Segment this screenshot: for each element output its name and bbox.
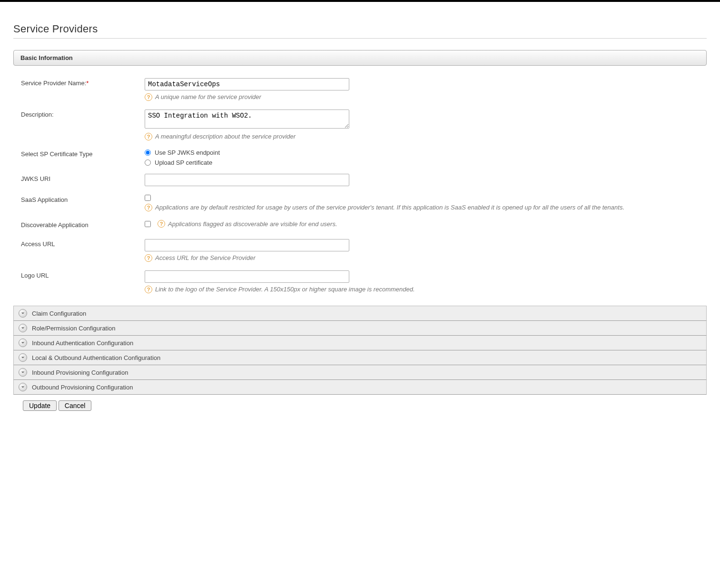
label-discoverable: Discoverable Application <box>21 220 145 229</box>
accordion-outbound-provisioning-configuration[interactable]: Outbound Provisioning Configuration <box>13 380 707 395</box>
accordion-inbound-provisioning-configuration[interactable]: Inbound Provisioning Configuration <box>13 365 707 380</box>
section-header-basic-information: Basic Information <box>13 50 707 66</box>
discoverable-checkbox[interactable] <box>145 221 151 227</box>
help-icon[interactable]: ? <box>145 133 152 140</box>
title-divider <box>13 38 707 39</box>
accordion-label: Outbound Provisioning Configuration <box>32 384 133 391</box>
help-icon[interactable]: ? <box>145 204 152 211</box>
access-url-input[interactable] <box>145 239 349 251</box>
radio-use-jwks-input[interactable] <box>145 149 151 156</box>
label-description: Description: <box>21 110 145 118</box>
help-icon[interactable]: ? <box>158 220 165 228</box>
label-sp-name: Service Provider Name:* <box>21 78 145 87</box>
help-text-logo-url: Link to the logo of the Service Provider… <box>155 286 415 293</box>
accordion-label: Local & Outbound Authentication Configur… <box>32 354 160 361</box>
chevron-down-icon <box>19 353 27 362</box>
label-access-url: Access URL <box>21 239 145 248</box>
help-icon[interactable]: ? <box>145 93 152 101</box>
chevron-down-icon <box>19 368 27 377</box>
help-text-discoverable: Applications flagged as discoverable are… <box>168 220 337 228</box>
help-text-description: A meaningful description about the servi… <box>155 133 296 140</box>
jwks-uri-input[interactable] <box>145 174 349 186</box>
config-accordion: Claim Configuration Role/Permission Conf… <box>13 306 707 395</box>
chevron-down-icon <box>19 383 27 391</box>
radio-use-jwks[interactable]: Use SP JWKS endpoint <box>145 149 707 156</box>
chevron-down-icon <box>19 339 27 347</box>
help-text-saas: Applications are by default restricted f… <box>155 204 624 211</box>
label-logo-url: Logo URL <box>21 270 145 279</box>
accordion-label: Inbound Provisioning Configuration <box>32 369 128 376</box>
radio-use-jwks-label: Use SP JWKS endpoint <box>155 149 220 156</box>
description-input[interactable]: SSO Integration with WSO2. <box>145 110 349 129</box>
help-icon[interactable]: ? <box>145 286 152 293</box>
radio-upload-cert-input[interactable] <box>145 159 151 166</box>
help-text-sp-name: A unique name for the service provider <box>155 93 261 100</box>
help-icon[interactable]: ? <box>145 254 152 262</box>
update-button[interactable]: Update <box>23 400 57 411</box>
accordion-local-outbound-authentication-configuration[interactable]: Local & Outbound Authentication Configur… <box>13 350 707 365</box>
accordion-label: Inbound Authentication Configuration <box>32 339 133 347</box>
accordion-label: Role/Permission Configuration <box>32 325 116 332</box>
chevron-down-icon <box>19 324 27 332</box>
radio-upload-cert[interactable]: Upload SP certificate <box>145 159 707 166</box>
accordion-inbound-authentication-configuration[interactable]: Inbound Authentication Configuration <box>13 336 707 350</box>
label-jwks-uri: JWKS URI <box>21 174 145 182</box>
help-text-access-url: Access URL for the Service Provider <box>155 254 256 261</box>
saas-checkbox[interactable] <box>145 195 151 201</box>
accordion-claim-configuration[interactable]: Claim Configuration <box>13 306 707 321</box>
cancel-button[interactable]: Cancel <box>59 400 92 411</box>
radio-upload-cert-label: Upload SP certificate <box>155 159 212 166</box>
label-saas: SaaS Application <box>21 195 145 203</box>
page-title: Service Providers <box>13 23 707 35</box>
logo-url-input[interactable] <box>145 270 349 283</box>
sp-name-input[interactable] <box>145 78 349 90</box>
label-cert-type: Select SP Certificate Type <box>21 149 145 158</box>
accordion-label: Claim Configuration <box>32 310 86 317</box>
accordion-role-permission-configuration[interactable]: Role/Permission Configuration <box>13 321 707 336</box>
chevron-down-icon <box>19 309 27 318</box>
